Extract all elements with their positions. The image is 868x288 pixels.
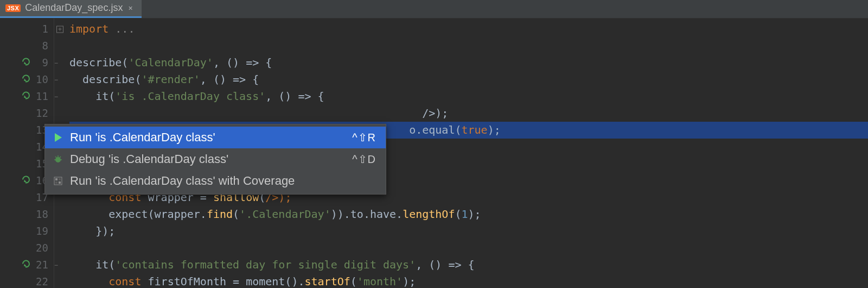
code-line[interactable] [69, 240, 868, 256]
play-icon [53, 132, 63, 143]
code-line[interactable]: />); [69, 105, 868, 122]
menu-debug-label: Debug 'is .CalendarDay class' [70, 152, 346, 166]
run-gutter-icon[interactable] [21, 256, 31, 273]
close-tab-icon[interactable]: × [127, 4, 133, 12]
gutter-line[interactable]: 19 [0, 223, 54, 240]
gutter-line[interactable]: 20 [0, 240, 54, 256]
svg-marker-0 [24, 61, 27, 65]
svg-marker-2 [24, 95, 27, 98]
menu-coverage-label: Run 'is .CalendarDay class' with Coverag… [70, 174, 369, 188]
line-number: 18 [30, 206, 48, 223]
svg-line-9 [55, 156, 56, 158]
code-line[interactable]: describe('CalendarDay', () => { [69, 54, 868, 71]
run-gutter-icon[interactable] [21, 71, 31, 88]
line-number: 10 [30, 71, 48, 88]
svg-marker-1 [24, 78, 27, 82]
menu-run-coverage[interactable]: Run 'is .CalendarDay class' with Coverag… [45, 170, 386, 192]
svg-rect-14 [55, 181, 58, 184]
svg-marker-4 [24, 264, 27, 267]
gutter-line[interactable]: 11− [0, 88, 54, 105]
gutter-line[interactable]: 9− [0, 54, 54, 71]
code-line[interactable]: }); [69, 223, 868, 240]
svg-marker-3 [24, 179, 27, 183]
run-gutter-icon[interactable] [21, 172, 31, 189]
svg-rect-13 [59, 178, 61, 180]
line-number: 22 [30, 273, 48, 288]
file-tab-active[interactable]: JSX CalendarDay_spec.jsx × [0, 0, 142, 18]
menu-run-test[interactable]: Run 'is .CalendarDay class' ^⇧R [45, 127, 386, 148]
gutter-line[interactable]: 8 [0, 37, 54, 54]
code-line[interactable]: it('is .CalendarDay class', () => { [69, 88, 868, 105]
menu-debug-test[interactable]: Debug 'is .CalendarDay class' ^⇧D [45, 148, 386, 170]
line-number: 8 [30, 37, 48, 54]
tab-filename: CalendarDay_spec.jsx [25, 2, 123, 14]
code-line[interactable] [69, 37, 868, 54]
bug-icon [53, 154, 63, 165]
line-number: 12 [30, 105, 48, 122]
line-number: 11 [30, 88, 48, 105]
gutter-line[interactable]: 1+ [0, 21, 54, 37]
run-context-menu: Run 'is .CalendarDay class' ^⇧R Debug 'i… [44, 124, 386, 195]
svg-rect-15 [59, 181, 61, 184]
line-number: 19 [30, 223, 48, 240]
svg-line-10 [60, 156, 61, 158]
line-number: 21 [30, 256, 48, 273]
tab-bar: JSX CalendarDay_spec.jsx × [0, 0, 868, 18]
line-number: 9 [30, 54, 48, 71]
menu-debug-shortcut: ^⇧D [352, 153, 376, 166]
run-gutter-icon[interactable] [21, 88, 31, 105]
code-line[interactable]: import ... [69, 21, 868, 37]
menu-run-label: Run 'is .CalendarDay class' [70, 130, 346, 145]
menu-run-shortcut: ^⇧R [352, 131, 376, 144]
code-editor: 1+89−10−11−12131415161718192021−22 impor… [0, 18, 868, 288]
gutter-line[interactable]: 22 [0, 273, 54, 288]
code-line[interactable]: it('contains formatted day for single di… [69, 256, 868, 273]
line-number: 20 [30, 240, 48, 256]
run-gutter-icon[interactable] [21, 54, 31, 71]
gutter-line[interactable]: 18 [0, 206, 54, 223]
gutter-line[interactable]: 10− [0, 71, 54, 88]
svg-rect-12 [55, 178, 58, 180]
gutter-line[interactable]: 21− [0, 256, 54, 273]
jsx-file-icon: JSX [5, 4, 21, 12]
code-line[interactable]: describe('#render', () => { [69, 71, 868, 88]
coverage-icon [53, 176, 63, 186]
code-line[interactable]: expect(wrapper.find('.CalendarDay')).to.… [69, 206, 868, 223]
line-number: 1 [30, 21, 48, 37]
code-line[interactable]: const firstOfMonth = moment().startOf('m… [69, 273, 868, 288]
gutter-line[interactable]: 12 [0, 105, 54, 122]
